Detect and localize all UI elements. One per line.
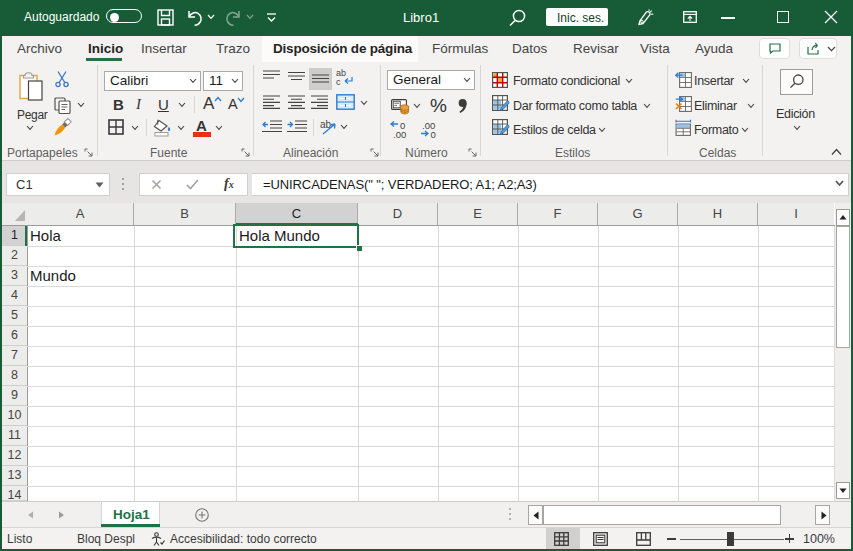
svg-text:c: c	[336, 77, 341, 87]
svg-text:0: 0	[431, 129, 436, 140]
svg-text:.00: .00	[393, 129, 406, 140]
